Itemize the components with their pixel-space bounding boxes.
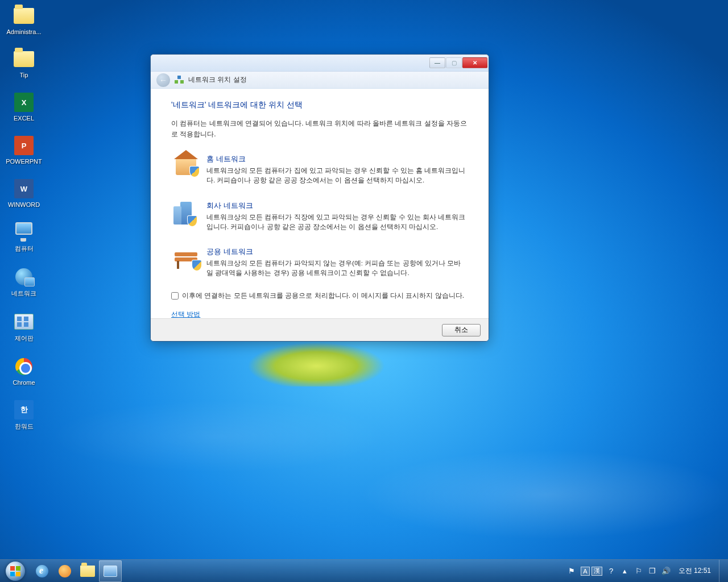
dialog-heading: '네트워크' 네트워크에 대한 위치 선택 [171,100,468,110]
desktop-icon-powerpoint[interactable]: P POWERPNT [5,134,43,165]
window-title: 네트워크 위치 설정 [188,75,247,85]
desktop-icon-control-panel[interactable]: 제어판 [5,310,43,343]
option-title: 홈 네트워크 [206,154,466,164]
cancel-button[interactable]: 취소 [442,324,481,336]
option-desc: 네트워크상의 모든 컴퓨터가 파악되지 않는 경우(예: 커피숍 또는 공항에 … [206,259,466,278]
option-title: 회사 네트워크 [206,201,466,211]
home-icon [176,158,196,175]
help-icon[interactable]: ? [607,567,616,576]
desktop-icon-hanword[interactable]: 한 한워드 [5,398,43,431]
media-player-icon [59,565,71,577]
action-center-icon[interactable]: ⚑ [567,567,576,576]
checkbox-label: 이후에 연결하는 모든 네트워크를 공용으로 처리합니다. 이 메시지를 다시 … [182,291,464,301]
system-tray: ⚑ A 漢 ? ▴ ⚐ ❐ 🔊 오전 12:51 [567,560,728,583]
taskbar: ⚑ A 漢 ? ▴ ⚐ ❐ 🔊 오전 12:51 [0,559,728,582]
taskbar-ie[interactable] [31,560,53,582]
shield-icon [189,166,200,177]
desktop-icon-computer[interactable]: 컴퓨터 [5,221,43,253]
nav-row: ← 네트워크 위치 설정 [151,72,489,89]
desktop-icon-network[interactable]: 네트워크 [5,265,43,298]
shield-icon [187,215,197,227]
minimize-button[interactable]: — [429,57,445,68]
network-location-dialog: — ▢ ✕ ← 네트워크 위치 설정 '네트워크' 네트워크에 대한 위치 선택… [150,54,489,342]
treat-as-public-checkbox[interactable] [171,292,179,300]
shield-icon [192,260,202,271]
help-link[interactable]: 선택 방법 [171,310,200,318]
hanword-icon: 한 [14,400,34,419]
word-icon: W [14,179,34,198]
computer-icon [15,222,32,235]
taskbar-media-player[interactable] [53,560,76,582]
taskbar-explorer[interactable] [76,560,99,582]
tray-network-icon[interactable]: ❐ [648,567,657,576]
folder-icon [14,8,34,24]
option-public-network[interactable]: 공용 네트워크 네트워크상의 모든 컴퓨터가 파악되지 않는 경우(예: 커피숍… [171,242,468,283]
option-home-network[interactable]: 홈 네트워크 네트워크상의 모든 컴퓨터가 집에 있고 파악되는 경우 신뢰할 … [171,149,468,190]
explorer-icon [80,566,95,577]
titlebar[interactable]: — ▢ ✕ [151,55,489,72]
taskbar-network-dialog[interactable] [99,560,122,582]
excel-icon: X [14,93,34,112]
option-work-network[interactable]: 회사 네트워크 네트워크상의 모든 컴퓨터가 직장에 있고 파악되는 경우 신뢰… [171,196,468,237]
control-panel-icon [14,314,34,330]
desktop-icon-excel[interactable]: X EXCEL [5,91,43,122]
back-button[interactable]: ← [156,73,170,87]
maximize-button: ▢ [446,57,462,68]
network-window-icon [104,566,117,577]
desktop-icons: Administra... Tip X EXCEL P POWERPNT W W… [5,5,43,431]
show-desktop-button[interactable] [719,560,725,583]
option-desc: 네트워크상의 모든 컴퓨터가 직장에 있고 파악되는 경우 신뢰할 수 있는 회… [206,213,466,232]
dialog-content: '네트워크' 네트워크에 대한 위치 선택 이 컴퓨터는 네트워크에 연결되어 … [151,89,489,318]
option-title: 공용 네트워크 [206,247,466,257]
clock[interactable]: 오전 12:51 [675,567,714,575]
folder-icon [14,51,34,67]
desktop-icon-chrome[interactable]: Chrome [5,355,43,386]
close-button[interactable]: ✕ [462,57,487,68]
desktop-icon-tip[interactable]: Tip [5,48,43,78]
desktop-icon-administrator[interactable]: Administra... [5,5,43,35]
lang-mode-a[interactable]: A [581,567,589,576]
tray-volume-icon[interactable]: 🔊 [661,567,671,576]
ie-icon [36,565,48,577]
language-bar[interactable]: A 漢 [581,567,602,576]
dialog-intro: 이 컴퓨터는 네트워크에 연결되어 있습니다. 네트워크 위치에 따라 올바른 … [171,118,468,139]
desktop-icon-word[interactable]: W WINWORD [5,177,43,208]
start-button[interactable] [0,560,31,583]
lang-mode-han[interactable]: 漢 [592,567,602,576]
network-settings-icon [175,76,184,85]
network-icon [15,268,32,285]
dialog-footer: 취소 [151,318,489,341]
tray-caret-icon[interactable]: ▴ [621,567,630,576]
chrome-icon [15,358,32,375]
windows-orb-icon [6,562,25,581]
tray-flag-icon[interactable]: ⚐ [634,567,643,576]
powerpoint-icon: P [14,136,34,155]
option-desc: 네트워크상의 모든 컴퓨터가 집에 있고 파악되는 경우 신뢰할 수 있는 홈 … [206,166,466,186]
